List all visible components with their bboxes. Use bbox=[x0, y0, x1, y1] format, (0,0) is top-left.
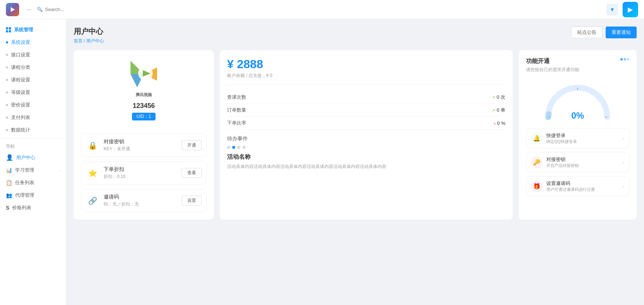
sidebar-item-course-settings[interactable]: 课程设置 bbox=[0, 74, 66, 86]
sidebar-nav-label: 学习管理 bbox=[15, 167, 34, 173]
todo-title: 待办事件 bbox=[227, 136, 505, 142]
func-item-sub-invite: 用户可通过邀请码进行注册 bbox=[546, 187, 619, 192]
todo-dot-1 bbox=[227, 146, 230, 149]
feature-sub-discount: 折扣：0.10 bbox=[104, 173, 177, 180]
uid-badge: UID：1 bbox=[132, 113, 155, 120]
stat-label-rate: 下单比率 bbox=[227, 120, 246, 126]
feature-btn-discount[interactable]: 查看 bbox=[182, 168, 202, 178]
feature-title-invite: 邀请码 bbox=[104, 194, 177, 200]
breadcrumb-home[interactable]: 首页 bbox=[74, 38, 83, 43]
important-notice-button[interactable]: 重要通知 bbox=[606, 27, 637, 38]
sidebar-item-label: 数据统计 bbox=[11, 127, 30, 133]
search-input[interactable] bbox=[45, 7, 89, 12]
func-item-title-invite: 设置邀请码 bbox=[546, 180, 619, 187]
feature-btn-invite[interactable]: 设置 bbox=[182, 196, 202, 206]
sidebar-item-level-settings[interactable]: 等级设置 bbox=[0, 86, 66, 99]
stat-label-orders: 订单数量 bbox=[227, 107, 246, 113]
func-items: 🔔 快捷登录 绑定QQ快捷登录 › 🔑 对接密钥 开启产品对接密钥 bbox=[526, 128, 629, 196]
inactive-dot bbox=[6, 54, 8, 56]
inactive-dot bbox=[6, 79, 8, 81]
sidebar-system-section: 系统管理 bbox=[0, 24, 66, 36]
feature-title-key: 对接密钥 bbox=[104, 139, 177, 145]
sidebar-item-system-settings[interactable]: 系统设置 bbox=[0, 36, 66, 49]
todo-dot-4 bbox=[243, 146, 246, 149]
func-item-key[interactable]: 🔑 对接密钥 开启产品对接密钥 › bbox=[526, 152, 629, 172]
feature-info-key: 对接密钥 KEY：未开通 bbox=[104, 139, 177, 152]
stats-divider bbox=[227, 85, 505, 85]
page-header-buttons: 站点公告 重要通知 bbox=[571, 27, 637, 38]
corner-dot-3 bbox=[627, 58, 629, 60]
nav-section-label: 导航 bbox=[0, 140, 66, 151]
arrow-icon-login: › bbox=[623, 136, 624, 141]
content-area: 用户中心 首页 / 用户中心 站点公告 重要通知 bbox=[66, 19, 644, 305]
sidebar-divider bbox=[0, 138, 66, 138]
feature-sub-key: KEY：未开通 bbox=[104, 146, 177, 152]
price-icon: S bbox=[6, 205, 9, 211]
func-item-invite[interactable]: 🎁 设置邀请码 用户可通过邀请码进行注册 › bbox=[526, 176, 629, 196]
inactive-dot bbox=[6, 129, 8, 131]
func-item-info-login: 快捷登录 绑定QQ快捷登录 bbox=[546, 132, 619, 144]
sidebar-nav-price-list[interactable]: S 价格列表 bbox=[0, 201, 66, 214]
func-item-sub-key: 开启产品对接密钥 bbox=[546, 163, 619, 168]
sidebar-item-api-settings[interactable]: 接口设置 bbox=[0, 49, 66, 61]
user-card: 腾讯视频 123456 UID：1 🔒 对接密钥 KEY：未开通 开通 bbox=[74, 50, 214, 220]
sidebar-nav-task-list[interactable]: 📋 任务列表 bbox=[0, 176, 66, 189]
sidebar-system-title: 系统管理 bbox=[14, 27, 33, 33]
back-button[interactable]: ← bbox=[27, 6, 32, 13]
trend-up-icon: ↗ bbox=[492, 95, 495, 99]
gauge-percent: 0% bbox=[571, 111, 584, 121]
sidebar-item-label: 课程设置 bbox=[11, 77, 30, 83]
feature-sub-invite: 码：无／折扣：无 bbox=[104, 201, 177, 207]
announcement-button[interactable]: 站点公告 bbox=[571, 27, 603, 38]
feature-btn-key[interactable]: 开通 bbox=[182, 140, 202, 150]
sidebar-nav-agent-management[interactable]: 👥 代理管理 bbox=[0, 189, 66, 201]
sidebar-item-price-settings[interactable]: 密价设置 bbox=[0, 99, 66, 111]
activity-title: 活动名称 bbox=[227, 153, 505, 161]
sidebar-nav-study-management[interactable]: 📊 学习管理 › bbox=[0, 164, 66, 176]
func-item-title-key: 对接密钥 bbox=[546, 156, 619, 163]
task-icon: 📋 bbox=[6, 180, 12, 186]
inactive-dot bbox=[6, 104, 8, 106]
sidebar-item-data-stats[interactable]: 数据统计 bbox=[0, 124, 66, 136]
search-icon: 🔍 bbox=[37, 7, 43, 12]
breadcrumb: 首页 / 用户中心 bbox=[74, 38, 104, 44]
todo-dot-3 bbox=[237, 146, 240, 149]
todo-dot-2 bbox=[232, 146, 235, 149]
arrow-icon-invite: › bbox=[623, 184, 624, 189]
func-item-sub-login: 绑定QQ快捷登录 bbox=[546, 139, 619, 144]
tencent-video-logo: ▶ bbox=[623, 2, 638, 17]
user-logo bbox=[127, 57, 160, 91]
search-area: 🔍 bbox=[37, 7, 89, 12]
sidebar-nav-user-center[interactable]: 👤 用户中心 bbox=[0, 151, 66, 164]
sidebar-item-payment-list[interactable]: 支付列表 bbox=[0, 111, 66, 124]
notification-bell[interactable]: ▼ bbox=[606, 4, 618, 15]
grid-icon bbox=[6, 27, 11, 32]
page-header: 用户中心 首页 / 用户中心 站点公告 重要通知 bbox=[74, 27, 637, 44]
feature-item-discount: ⭐ 下单折扣 折扣：0.10 查看 bbox=[81, 161, 206, 185]
active-dot bbox=[6, 41, 8, 43]
username: 123456 bbox=[133, 102, 155, 110]
sidebar-item-course-category[interactable]: 课程分类 bbox=[0, 61, 66, 74]
activity-desc: 活动具体内容活动具体内容活动具体内容活动具体内容活动具体内容活动具体内容 bbox=[227, 163, 505, 170]
feature-list: 🔒 对接密钥 KEY：未开通 开通 ⭐ 下单折扣 折扣：0.10 bbox=[81, 134, 206, 212]
svg-marker-0 bbox=[11, 7, 15, 12]
study-icon: 📊 bbox=[6, 167, 12, 173]
stat-value-rate: ↘ 0 % bbox=[493, 120, 505, 126]
breadcrumb-sep: / bbox=[84, 38, 86, 43]
feature-info-discount: 下单折扣 折扣：0.10 bbox=[104, 166, 177, 180]
invite-func-icon: 🎁 bbox=[531, 180, 543, 192]
func-item-quick-login[interactable]: 🔔 快捷登录 绑定QQ快捷登录 › bbox=[526, 128, 629, 148]
inactive-dot bbox=[6, 116, 8, 119]
key-func-icon: 🔑 bbox=[531, 157, 543, 168]
stat-value-course: ↗ 0 次 bbox=[492, 94, 505, 101]
app-logo bbox=[6, 3, 19, 16]
breadcrumb-current: 用户中心 bbox=[86, 38, 104, 43]
func-item-info-key: 对接密钥 开启产品对接密钥 bbox=[546, 156, 619, 168]
function-card: 功能开通 请您按自己的需求开通功能 bbox=[519, 50, 637, 220]
func-item-info-invite: 设置邀请码 用户可通过邀请码进行注册 bbox=[546, 180, 619, 192]
corner-dot-1 bbox=[620, 58, 623, 60]
sidebar-item-label: 等级设置 bbox=[11, 89, 30, 96]
func-title: 功能开通 bbox=[526, 57, 579, 65]
feature-info-invite: 邀请码 码：无／折扣：无 bbox=[104, 194, 177, 207]
corner-dot-2 bbox=[624, 58, 626, 60]
